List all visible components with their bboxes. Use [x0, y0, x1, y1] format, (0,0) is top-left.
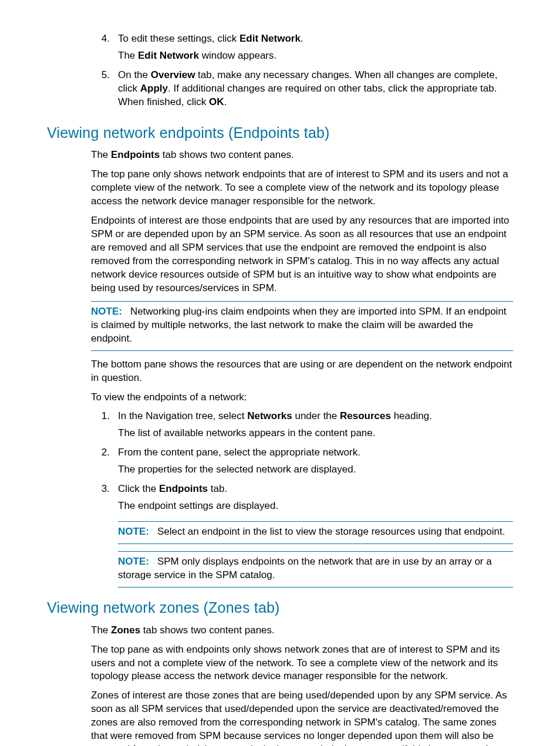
- note-box: NOTE:Select an endpoint in the list to v…: [118, 521, 513, 544]
- paragraph: The top pane as with endpoints only show…: [91, 643, 513, 684]
- note-label: NOTE:: [118, 556, 149, 567]
- note-label: NOTE:: [118, 526, 149, 537]
- list-text: To edit these settings, click Edit Netwo…: [118, 32, 513, 46]
- bold-text: Edit Network: [239, 33, 301, 44]
- bold-text: Resources: [340, 410, 391, 421]
- list-text: The endpoint settings are displayed.: [118, 499, 513, 513]
- list-number: 1.: [91, 410, 118, 444]
- note-text: SPM only displays endpoints on the netwo…: [118, 556, 492, 580]
- text: under the: [292, 410, 340, 421]
- list-text: In the Navigation tree, select Networks …: [118, 410, 513, 423]
- note-text: Networking plug-ins claim endpoints when…: [91, 306, 507, 344]
- text: tab.: [208, 483, 227, 494]
- list-number: 2.: [91, 446, 118, 480]
- section-heading-zones: Viewing network zones (Zones tab): [47, 598, 513, 618]
- text: To edit these settings, click: [118, 33, 239, 44]
- list-text: The properties for the selected network …: [118, 463, 513, 477]
- list-text: On the Overview tab, make any necessary …: [118, 69, 513, 109]
- note-box: NOTE:Networking plug-ins claim endpoints…: [91, 301, 513, 351]
- note-text: Select an endpoint in the list to view t…: [157, 526, 505, 537]
- bold-text: Edit Network: [138, 50, 199, 61]
- text: . If additional changes are required on …: [118, 83, 497, 107]
- list-text: The Edit Network window appears.: [118, 49, 513, 63]
- bold-text: Overview: [151, 69, 195, 80]
- text: tab shows two content panes.: [160, 149, 294, 160]
- text: tab shows two content panes.: [140, 625, 275, 636]
- section-heading-endpoints: Viewing network endpoints (Endpoints tab…: [47, 123, 513, 143]
- bold-text: Zones: [111, 625, 140, 636]
- text: In the Navigation tree, select: [118, 410, 247, 421]
- text: .: [301, 33, 303, 44]
- text: Click the: [118, 483, 159, 494]
- list-item: 4. To edit these settings, click Edit Ne…: [91, 32, 513, 66]
- note-label: NOTE:: [91, 306, 122, 317]
- paragraph: To view the endpoints of a network:: [91, 391, 513, 404]
- paragraph: The Endpoints tab shows two content pane…: [91, 148, 513, 162]
- paragraph: Endpoints of interest are those endpoint…: [91, 214, 513, 295]
- section-body: The Zones tab shows two content panes. T…: [91, 624, 513, 746]
- text: The: [91, 625, 111, 636]
- list-item: 2. From the content pane, select the app…: [91, 446, 513, 480]
- paragraph: Zones of interest are those zones that a…: [91, 689, 513, 746]
- list-text: The list of available networks appears i…: [118, 427, 513, 440]
- top-ordered-list-continued: 4. To edit these settings, click Edit Ne…: [91, 32, 513, 113]
- bold-text: Apply: [140, 83, 168, 94]
- ordered-list-steps: 1. In the Navigation tree, select Networ…: [91, 410, 513, 517]
- list-number: 5.: [91, 69, 118, 113]
- list-number: 4.: [91, 32, 118, 66]
- paragraph: The top pane only shows network endpoint…: [91, 168, 513, 208]
- bold-text: OK: [209, 96, 224, 107]
- nested-notes: NOTE:Select an endpoint in the list to v…: [118, 521, 513, 588]
- bold-text: Endpoints: [159, 483, 208, 494]
- text: On the: [118, 69, 151, 80]
- list-item: 3. Click the Endpoints tab. The endpoint…: [91, 482, 513, 517]
- note-box: NOTE:SPM only displays endpoints on the …: [118, 551, 513, 588]
- text: heading.: [391, 410, 432, 421]
- list-item: 1. In the Navigation tree, select Networ…: [91, 410, 513, 444]
- text: The: [118, 50, 138, 61]
- list-text: From the content pane, select the approp…: [118, 446, 513, 460]
- bold-text: Networks: [247, 410, 292, 421]
- bold-text: Endpoints: [111, 149, 160, 160]
- list-number: 3.: [91, 482, 118, 517]
- text: .: [224, 96, 227, 107]
- list-text: Click the Endpoints tab.: [118, 482, 513, 496]
- text: The: [91, 149, 111, 160]
- section-body: The Endpoints tab shows two content pane…: [91, 148, 513, 587]
- paragraph: The bottom pane shows the resources that…: [91, 358, 513, 385]
- document-page: 4. To edit these settings, click Edit Ne…: [0, 0, 560, 746]
- text: window appears.: [199, 50, 276, 61]
- list-item: 5. On the Overview tab, make any necessa…: [91, 69, 513, 113]
- paragraph: The Zones tab shows two content panes.: [91, 624, 513, 637]
